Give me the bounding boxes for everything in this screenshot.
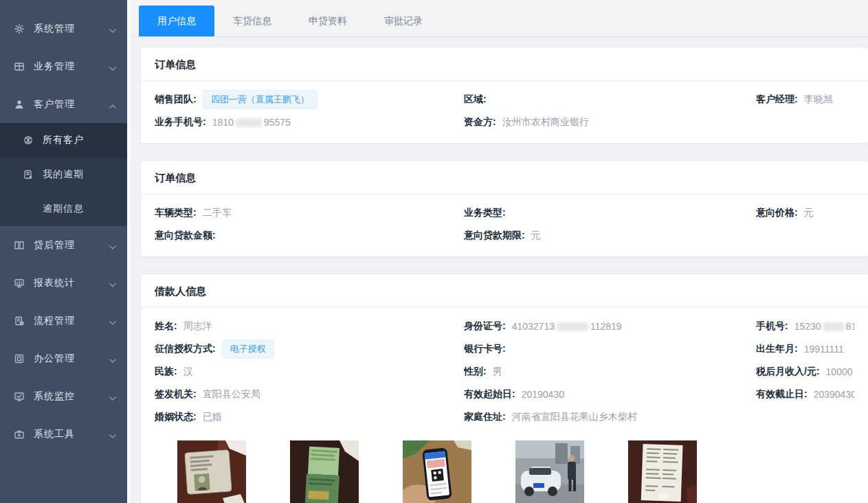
vehicle-type-label: 车辆类型: <box>155 207 197 219</box>
loan-term-value: 元 <box>531 230 541 242</box>
address-value: 河南省宜阳县花果山乡木柴村 <box>512 411 637 423</box>
tab-approval-records[interactable]: 审批记录 <box>366 5 441 36</box>
credit-auth-label: 征信授权方式: <box>155 343 216 355</box>
photo-person-car[interactable]: 人车合影 <box>515 440 584 503</box>
biz-phone-label: 业务手机号: <box>155 116 206 128</box>
chevron-down-icon <box>109 393 116 400</box>
customers-icon <box>23 135 34 146</box>
gender-label: 性别: <box>464 366 487 378</box>
phone-qr-photo <box>403 440 471 503</box>
document-photo-row: 身份证 <box>155 428 854 503</box>
ethnic-label: 民族: <box>155 366 177 378</box>
chevron-up-icon <box>109 101 116 108</box>
bank-card-label: 银行卡号: <box>464 343 506 355</box>
sidebar-item-all-customers[interactable]: 所有客户 <box>0 123 127 157</box>
valid-from-label: 有效起始日: <box>464 388 515 401</box>
sidebar-item-label: 系统监控 <box>34 390 109 403</box>
redaction-blur <box>236 118 262 127</box>
sidebar-item-overdue-info[interactable]: 逾期信息 <box>0 192 127 226</box>
sidebar-item-office-mgmt[interactable]: 办公管理 <box>0 339 127 377</box>
tab-user-info[interactable]: 用户信息 <box>139 5 214 36</box>
name-value: 周志洋 <box>183 320 212 333</box>
borrower-info-card: 借款人信息 姓名: 周志洋 身份证号: 41032713112819 手机号: … <box>140 273 868 503</box>
income-label: 税后月收入/元: <box>756 366 820 378</box>
birth-label: 出生年月: <box>756 343 798 355</box>
valid-from-value: 20190430 <box>522 389 564 400</box>
book-icon <box>14 240 25 251</box>
tab-loan-application-docs[interactable]: 申贷资料 <box>290 5 366 36</box>
sidebar-item-report-stats[interactable]: 报表统计 <box>0 264 127 302</box>
report-icon <box>14 278 25 289</box>
sidebar-item-system-monitor[interactable]: 系统监控 <box>0 377 127 415</box>
chevron-down-icon <box>109 63 116 70</box>
order-info-card-top: 订单信息 销售团队: 四团一营（直属王鹏飞） 区域: 客户经理: 李晓旭 <box>140 47 868 144</box>
tab-car-loan-info[interactable]: 车贷信息 <box>214 5 290 36</box>
valid-to-value: 20390430 <box>814 389 854 400</box>
issuer-value: 宜阳县公安局 <box>203 388 260 401</box>
process-icon <box>14 315 25 326</box>
sales-team-tag[interactable]: 四团一营（直属王鹏飞） <box>203 90 318 109</box>
valid-to-label: 有效截止日: <box>756 388 808 401</box>
sidebar-item-label: 逾期信息 <box>43 203 116 215</box>
biz-phone-value: 181095575 <box>212 117 291 128</box>
mobile-value: 152308137 <box>794 321 854 332</box>
sidebar-item-system-tools[interactable]: 系统工具 <box>0 415 127 453</box>
main-content: 用户信息 车贷信息 申贷资料 审批记录 订单信息 销售团队: 四团一营（直属王鹏… <box>127 0 868 503</box>
sidebar-item-label: 业务管理 <box>34 60 109 73</box>
manager-value: 李晓旭 <box>804 93 833 106</box>
issuer-label: 签发机关: <box>155 388 197 401</box>
sidebar-item-label: 流程管理 <box>34 315 109 327</box>
sidebar: 系统管理 业务管理 客户管理 所有客户 我的逾期 逾期信息 <box>0 0 127 503</box>
sidebar-item-label: 系统管理 <box>34 23 109 35</box>
intent-price-label: 意向价格: <box>756 207 798 219</box>
intent-price-value: 元 <box>804 207 814 219</box>
marital-label: 婚姻状态: <box>155 411 197 423</box>
person-car-photo <box>515 440 584 503</box>
address-label: 家庭住址: <box>464 411 506 423</box>
sidebar-item-customer-mgmt[interactable]: 客户管理 <box>0 85 127 123</box>
sidebar-item-label: 客户管理 <box>34 98 109 111</box>
credit-auth-tag[interactable]: 电子授权 <box>222 339 274 359</box>
card-title: 订单信息 <box>141 161 868 194</box>
gear-icon <box>14 23 25 34</box>
tab-panel-user-info: 订单信息 销售团队: 四团一营（直属王鹏飞） 区域: 客户经理: 李晓旭 <box>131 37 868 503</box>
manager-label: 客户经理: <box>756 93 798 106</box>
mobile-label: 手机号: <box>756 320 788 333</box>
overdue-icon <box>23 169 34 180</box>
user-icon <box>14 99 25 110</box>
office-icon <box>14 353 25 364</box>
photo-license-booklet[interactable]: 驾驶证国徽 <box>290 440 359 503</box>
chevron-down-icon <box>109 280 116 287</box>
chevron-down-icon <box>109 242 116 249</box>
photo-id-card[interactable]: 身份证 <box>177 440 246 503</box>
chevron-down-icon <box>109 355 116 362</box>
redaction-blur <box>557 322 588 331</box>
biz-type-label: 业务类型: <box>464 207 506 219</box>
income-value: 10000 <box>826 366 853 377</box>
customer-submenu: 所有客户 我的逾期 逾期信息 <box>0 123 127 226</box>
photo-handwritten-doc[interactable]: 其他资料 <box>628 440 697 503</box>
card-title: 订单信息 <box>141 47 868 81</box>
sidebar-item-my-overdue[interactable]: 我的逾期 <box>0 157 127 192</box>
marital-value: 已婚 <box>203 411 222 423</box>
monitor-icon <box>14 391 25 402</box>
sidebar-item-process-mgmt[interactable]: 流程管理 <box>0 302 127 339</box>
loan-amount-label: 意向贷款金额: <box>155 230 216 242</box>
funder-label: 资金方: <box>464 116 496 128</box>
sales-team-label: 销售团队: <box>155 93 197 106</box>
photo-phone-qr[interactable]: 征信授权 <box>403 440 471 503</box>
sidebar-item-label: 报表统计 <box>34 277 109 289</box>
grid-icon <box>14 61 25 72</box>
sidebar-item-postloan-mgmt[interactable]: 贷后管理 <box>0 226 127 264</box>
sidebar-item-system-mgmt[interactable]: 系统管理 <box>0 10 127 47</box>
tools-icon <box>14 429 25 440</box>
loan-term-label: 意向贷款期限: <box>464 230 525 242</box>
sidebar-item-business-mgmt[interactable]: 业务管理 <box>0 47 127 85</box>
order-info-card-vehicle: 订单信息 车辆类型: 二手车 业务类型: 意向价格: 元 <box>140 160 868 257</box>
green-booklet-photo <box>290 440 359 503</box>
sidebar-item-label: 所有客户 <box>43 134 116 146</box>
sidebar-item-label: 系统工具 <box>34 428 109 440</box>
birth-value: 19911111 <box>804 344 844 355</box>
chevron-down-icon <box>109 25 116 32</box>
chevron-down-icon <box>109 431 116 438</box>
